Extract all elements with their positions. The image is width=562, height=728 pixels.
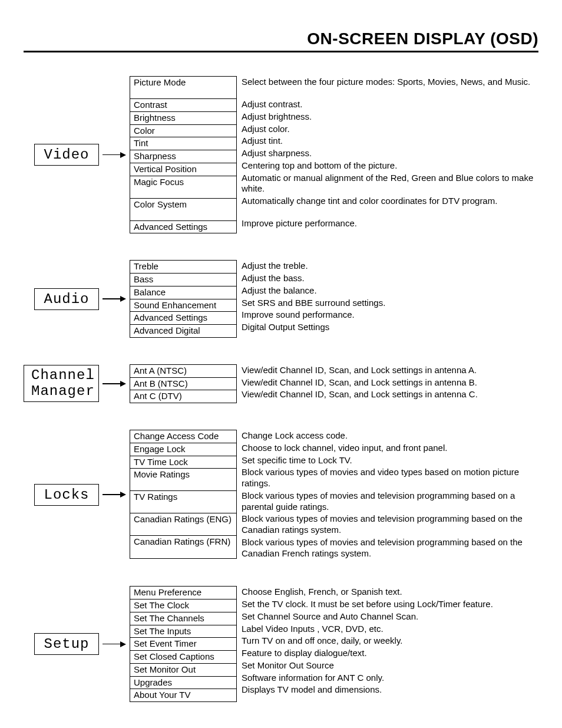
menu-item: Menu Preference: [130, 587, 236, 599]
description-item: Change Lock access code.: [242, 430, 538, 442]
description-item: Select between the four picture modes: S…: [242, 76, 538, 98]
menu-item: Canadian Ratings (FRN): [130, 536, 236, 558]
description-item: Turn TV on and off once, daily, or weekl…: [242, 635, 538, 647]
menu-column: Picture ModeContrastBrightnessColorTintS…: [130, 76, 237, 233]
description-item: Improve sound performance.: [242, 309, 538, 321]
menu-item: Bass: [130, 274, 236, 286]
description-item: Adjust brightness.: [242, 111, 538, 123]
description-item: Block various types of movies and televi…: [242, 536, 538, 560]
menu-item: Sharpness: [130, 150, 236, 163]
description-item: Block various types of movies and video …: [242, 466, 538, 490]
description-item: Automatically change tint and color coor…: [242, 195, 538, 218]
section: LocksChange Access CodeEngage LockTV Tim…: [24, 430, 538, 559]
menu-item: Ant B (NTSC): [130, 378, 236, 391]
arrow-icon: [103, 381, 126, 387]
menu-item: Movie Ratings: [130, 469, 236, 491]
section: AudioTrebleBassBalanceSound EnhancementA…: [24, 260, 538, 338]
arrow-icon: [103, 296, 126, 302]
description-item: Set the TV clock. It must be set before …: [242, 598, 538, 611]
menu-column: Change Access CodeEngage LockTV Time Loc…: [130, 430, 237, 559]
menu-item: Ant C (DTV): [130, 390, 236, 403]
category-column: Setup: [24, 633, 130, 655]
menu-item: Canadian Ratings (ENG): [130, 513, 236, 536]
menu-item: Change Access Code: [130, 430, 236, 443]
category-column: Video: [24, 144, 130, 166]
description-item: Choose to lock channel, video input, and…: [242, 442, 538, 454]
description-item: Adjust sharpness.: [242, 147, 538, 160]
arrow-head: [120, 152, 126, 158]
description-item: Adjust the balance.: [242, 285, 538, 297]
category-box: Audio: [34, 288, 99, 310]
arrow-line: [103, 383, 120, 384]
menu-item: Ant A (NTSC): [130, 365, 236, 378]
description-item: Centering top and bottom of the picture.: [242, 160, 538, 172]
description-column: View/edit Channel ID, Scan, and Lock set…: [237, 364, 538, 401]
menu-item: Set The Inputs: [130, 625, 236, 638]
menu-item: Color System: [130, 199, 236, 221]
arrow-line: [103, 644, 120, 645]
menu-column: TrebleBassBalanceSound EnhancementAdvanc…: [130, 260, 237, 338]
menu-item: Advanced Digital: [130, 325, 236, 337]
menu-item: Magic Focus: [130, 176, 236, 199]
description-column: Adjust the treble.Adjust the bass.Adjust…: [237, 260, 538, 334]
section: Channel ManagerAnt A (NTSC)Ant B (NTSC)A…: [24, 364, 538, 403]
description-item: Digital Output Settings: [242, 321, 538, 334]
title-rule: ON-SCREEN DISPLAY (OSD): [24, 29, 538, 52]
description-item: Adjust the treble.: [242, 260, 538, 272]
menu-item: Treble: [130, 261, 236, 274]
menu-item: TV Ratings: [130, 491, 236, 513]
menu-item: Engage Lock: [130, 443, 236, 456]
category-column: Locks: [24, 484, 130, 506]
menu-item: Set Event Timer: [130, 638, 236, 651]
menu-item: Contrast: [130, 99, 236, 112]
section: VideoPicture ModeContrastBrightnessColor…: [24, 76, 538, 233]
description-column: Choose English, French, or Spanish text.…: [237, 586, 538, 696]
menu-column: Menu PreferenceSet The ClockSet The Chan…: [130, 586, 237, 702]
description-item: Set Channel Source and Auto Channel Scan…: [242, 611, 538, 623]
category-box: Video: [34, 144, 99, 166]
menu-column: Ant A (NTSC)Ant B (NTSC)Ant C (DTV): [130, 364, 237, 403]
category-box: Setup: [34, 633, 99, 655]
arrow-line: [103, 494, 120, 495]
section: SetupMenu PreferenceSet The ClockSet The…: [24, 586, 538, 702]
arrow-head: [120, 381, 126, 387]
sections-container: VideoPicture ModeContrastBrightnessColor…: [24, 76, 538, 702]
description-item: Set specific time to Lock TV.: [242, 454, 538, 467]
description-item: Adjust color.: [242, 123, 538, 136]
menu-item: Set Closed Captions: [130, 651, 236, 664]
category-column: Channel Manager: [24, 365, 130, 402]
menu-item: Color: [130, 125, 236, 138]
description-item: Adjust contrast.: [242, 98, 538, 111]
menu-item: Picture Mode: [130, 77, 236, 99]
arrow-icon: [103, 152, 126, 158]
description-item: Choose English, French, or Spanish text.: [242, 586, 538, 598]
description-item: View/edit Channel ID, Scan, and Lock set…: [242, 377, 538, 389]
menu-item: Set Monitor Out: [130, 664, 236, 677]
category-column: Audio: [24, 288, 130, 310]
page-title: ON-SCREEN DISPLAY (OSD): [24, 29, 538, 51]
description-item: Displays TV model and dimensions.: [242, 684, 538, 696]
description-item: Set SRS and BBE surround settings.: [242, 297, 538, 309]
menu-item: Vertical Position: [130, 163, 236, 176]
arrow-icon: [103, 641, 126, 647]
description-column: Change Lock access code.Choose to lock c…: [237, 430, 538, 559]
category-box: Locks: [34, 484, 99, 506]
menu-item: Set The Clock: [130, 599, 236, 612]
menu-item: Sound Enhancement: [130, 299, 236, 312]
menu-item: About Your TV: [130, 689, 236, 701]
menu-item: TV Time Lock: [130, 456, 236, 469]
arrow-icon: [103, 492, 126, 498]
arrow-head: [120, 641, 126, 647]
description-item: View/edit Channel ID, Scan, and Lock set…: [242, 388, 538, 401]
description-item: Software information for ANT C only.: [242, 672, 538, 684]
arrow-line: [103, 154, 120, 156]
menu-item: Tint: [130, 137, 236, 150]
description-column: Select between the four picture modes: S…: [237, 76, 538, 230]
description-item: Block various types of movies and televi…: [242, 513, 538, 536]
description-item: Block various types of movies and televi…: [242, 490, 538, 513]
description-item: Adjust the bass.: [242, 272, 538, 285]
arrow-line: [103, 298, 120, 299]
menu-item: Set The Channels: [130, 612, 236, 625]
page: ON-SCREEN DISPLAY (OSD) VideoPicture Mod…: [0, 0, 562, 728]
arrow-head: [120, 296, 126, 302]
